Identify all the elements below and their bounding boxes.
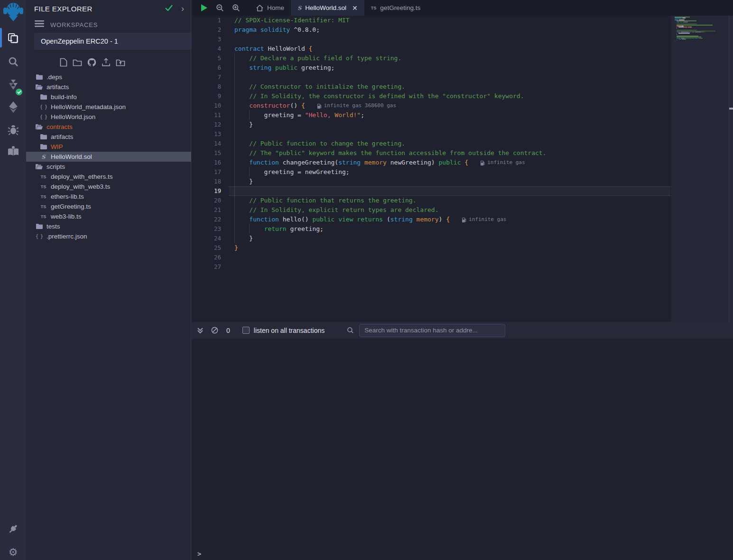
tree-item-label: ethers-lib.ts — [51, 193, 84, 200]
search-icon[interactable] — [0, 52, 26, 71]
code-line-22: 22 function hello() public view returns … — [192, 215, 671, 224]
code-line-14: 14 // Public function to change the gree… — [192, 139, 671, 148]
github-icon[interactable] — [87, 58, 96, 67]
zoom-out-icon[interactable] — [216, 4, 224, 12]
line-number: 1 — [192, 16, 229, 25]
tree-item-build-info[interactable]: build-info — [26, 92, 191, 102]
line-number: 3 — [192, 35, 229, 44]
tab-label: getGreeting.ts — [380, 4, 420, 11]
code-line-16: 16 function changeGreeting(string memory… — [192, 158, 671, 167]
tree-item-scripts[interactable]: scripts — [26, 162, 191, 172]
json-icon: { } — [35, 234, 43, 239]
minimap[interactable] — [671, 16, 729, 322]
line-number: 11 — [192, 110, 229, 120]
deploy-and-run-icon[interactable] — [0, 98, 26, 117]
tree-item-helloworld-sol[interactable]: SHelloWorld.sol — [26, 152, 191, 162]
minimap-line — [691, 27, 692, 28]
home-icon — [256, 5, 263, 11]
zoom-in-icon[interactable] — [232, 4, 240, 12]
editor-tab-bar: HomeSHelloWorld.sol✕TSgetGreeting.ts — [192, 0, 733, 16]
minimap-line — [701, 32, 704, 33]
upload-file-icon[interactable] — [102, 58, 111, 67]
minimap-line — [677, 37, 701, 37]
code-editor[interactable]: 1// SPDX-License-Identifier: MIT2pragma … — [192, 16, 671, 322]
remix-logo-icon[interactable] — [0, 0, 26, 24]
tab-getgreeting-ts[interactable]: TSgetGreeting.ts — [364, 0, 427, 16]
new-file-icon[interactable] — [60, 58, 67, 67]
tab-helloworld-sol[interactable]: SHelloWorld.sol✕ — [291, 0, 364, 16]
minimap-line — [681, 38, 685, 39]
line-number: 22 — [192, 215, 229, 224]
tree-item-helloworld-json[interactable]: { }HelloWorld.json — [26, 112, 191, 122]
folder-icon — [39, 94, 47, 100]
ts-icon: TS — [39, 194, 47, 199]
tab-home[interactable]: Home — [250, 0, 291, 16]
workspace-select[interactable]: OpenZeppelin ERC20 - 1 — [34, 33, 209, 50]
learneth-icon[interactable] — [0, 141, 26, 160]
minimap-line — [680, 22, 683, 23]
close-tab-icon[interactable]: ✕ — [352, 4, 358, 12]
code-line-1: 1// SPDX-License-Identifier: MIT — [192, 16, 671, 25]
line-number: 4 — [192, 44, 229, 54]
ts-icon: TS — [371, 6, 377, 10]
tree-item-wip[interactable]: WIP — [26, 142, 191, 152]
tree-item-web3-lib-ts[interactable]: TSweb3-lib.ts — [26, 211, 191, 221]
tree-item--deps[interactable]: .deps — [26, 72, 191, 82]
tree-item-label: .deps — [46, 73, 62, 81]
clear-console-icon[interactable] — [211, 327, 218, 334]
tree-item-ethers-lib-ts[interactable]: TSethers-lib.ts — [26, 192, 191, 202]
tab-label: HelloWorld.sol — [305, 4, 346, 11]
listen-transactions-checkbox[interactable] — [242, 327, 250, 334]
tree-item-contracts[interactable]: contracts — [26, 122, 191, 132]
tree-item-label: contracts — [46, 123, 73, 130]
listen-transactions-label: listen on all transactions — [254, 327, 325, 334]
gas-estimate-hint: infinite gas 368600 gas — [317, 101, 396, 110]
tree-item-tests[interactable]: tests — [26, 221, 191, 231]
tree-item-deploy-with-web3-ts[interactable]: TSdeploy_with_web3.ts — [26, 182, 191, 192]
line-number: 19 — [192, 186, 229, 196]
tree-item-label: web3-lib.ts — [51, 213, 82, 220]
terminal-content[interactable]: > — [192, 339, 733, 560]
folder-open-icon — [35, 124, 43, 129]
solidity-compiler-icon[interactable] — [0, 75, 26, 94]
icon-bar: ⚙ — [0, 0, 26, 560]
tree-item--prettierrc-json[interactable]: { }.prettierrc.json — [26, 231, 191, 241]
folder-open-icon — [35, 164, 43, 169]
tree-item-deploy-with-ethers-ts[interactable]: TSdeploy_with_ethers.ts — [26, 172, 191, 182]
minimap-line — [688, 27, 691, 28]
new-folder-icon[interactable] — [73, 58, 82, 66]
ts-icon: TS — [39, 204, 47, 209]
pending-tx-count: 0 — [226, 327, 230, 334]
file-explorer-icon[interactable] — [0, 28, 26, 47]
plugin-manager-icon[interactable] — [0, 519, 26, 538]
code-line-25: 25} — [192, 243, 671, 253]
scrollbar-handle[interactable] — [729, 108, 733, 110]
gas-estimate-hint: infinite gas — [481, 158, 525, 167]
code-line-18: 18 } — [192, 177, 671, 186]
code-line-7: 7 — [192, 73, 671, 82]
line-number: 6 — [192, 63, 229, 73]
minimap-line — [695, 38, 698, 39]
tree-item-label: artifacts — [51, 133, 73, 140]
tree-item-artifacts[interactable]: artifacts — [26, 82, 191, 92]
folder-icon — [35, 224, 43, 229]
line-number: 24 — [192, 234, 229, 243]
tree-item-getgreeting-ts[interactable]: TSgetGreeting.ts — [26, 202, 191, 211]
collapse-terminal-icon[interactable] — [197, 327, 204, 334]
line-number: 18 — [192, 177, 229, 186]
run-script-button[interactable] — [201, 4, 208, 12]
code-line-15: 15 // The "public" keyword makes the fun… — [192, 148, 671, 158]
line-number: 17 — [192, 167, 229, 177]
line-number: 20 — [192, 196, 229, 205]
overview-ruler — [729, 16, 733, 322]
tree-item-artifacts[interactable]: artifacts — [26, 132, 191, 142]
code-line-21: 21 // In Solidity, explicit return types… — [192, 205, 671, 215]
tree-item-helloworld-metadata-json[interactable]: { }HelloWorld_metadata.json — [26, 102, 191, 112]
settings-icon[interactable]: ⚙ — [0, 543, 26, 560]
terminal-search-input[interactable] — [359, 324, 505, 337]
debugger-icon[interactable] — [0, 120, 26, 139]
workspaces-menu-icon[interactable] — [35, 20, 44, 29]
panel-expand-chevron-icon[interactable]: › — [181, 4, 184, 13]
tab-label: Home — [267, 4, 284, 11]
open-folder-icon[interactable] — [116, 58, 125, 66]
